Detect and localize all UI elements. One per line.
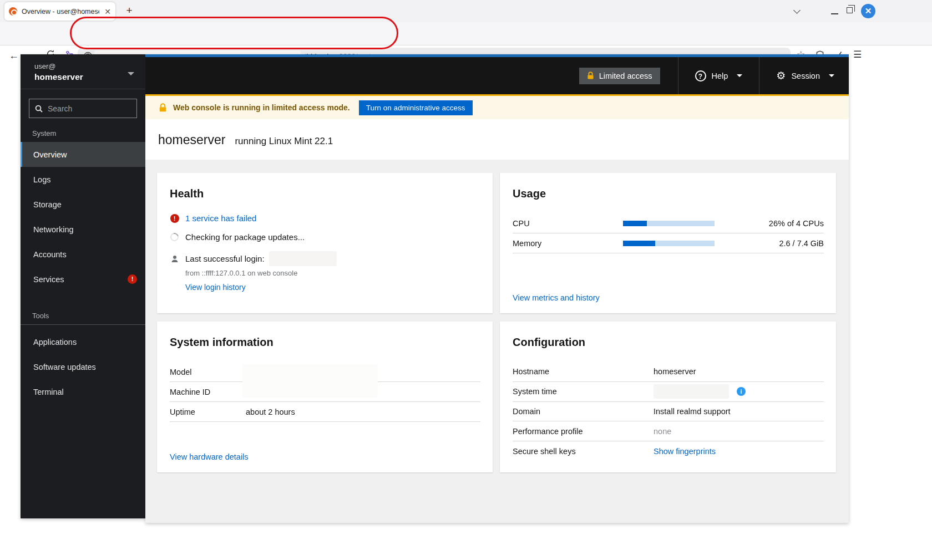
last-login-label: Last successful login: bbox=[185, 254, 265, 263]
chevron-down-icon bbox=[829, 74, 834, 77]
turn-on-admin-access-button[interactable]: Turn on administrative access bbox=[359, 100, 473, 115]
sidebar-item-label: Logs bbox=[33, 175, 50, 184]
checking-updates-text: Checking for package updates... bbox=[185, 232, 305, 242]
redacted-system-time bbox=[654, 384, 729, 399]
help-menu[interactable]: ? Help bbox=[678, 57, 759, 94]
machine-id-label: Machine ID bbox=[170, 388, 246, 396]
sidebar-item-label: Accounts bbox=[33, 250, 67, 259]
sidebar-item-label: Overview bbox=[33, 150, 67, 159]
help-label: Help bbox=[712, 72, 728, 80]
window-minimize-button[interactable] bbox=[831, 13, 838, 14]
uptime-value: about 2 hours bbox=[246, 408, 295, 416]
hostname-label: homeserver bbox=[34, 72, 138, 82]
sidebar-item-label: Terminal bbox=[33, 388, 64, 396]
session-label: Session bbox=[791, 72, 820, 80]
usage-card: Usage CPU 26% of 4 CPUs Memory 2.6 / 7.4… bbox=[500, 173, 836, 313]
show-fingerprints-link[interactable]: Show fingerprints bbox=[654, 447, 716, 456]
domain-value: Install realmd support bbox=[654, 407, 731, 416]
banner-message: Web console is running in limited access… bbox=[173, 103, 350, 112]
usage-title: Usage bbox=[513, 187, 824, 200]
system-information-title: System information bbox=[170, 336, 480, 349]
search-input[interactable] bbox=[48, 104, 125, 113]
tab-close-icon[interactable]: ✕ bbox=[104, 7, 111, 16]
cpu-label: CPU bbox=[513, 219, 623, 228]
browser-tab[interactable]: Overview - user@homeserv ✕ bbox=[4, 2, 115, 21]
sidebar-item-label: Networking bbox=[33, 225, 74, 234]
window-restore-button[interactable] bbox=[847, 7, 853, 13]
session-menu[interactable]: ⚙ Session bbox=[759, 57, 849, 94]
sidebar-item-software-updates[interactable]: Software updates bbox=[21, 354, 145, 379]
window-close-button[interactable]: ✕ bbox=[861, 4, 875, 18]
uptime-row: Uptime about 2 hours bbox=[170, 402, 480, 422]
cpu-progress-bar bbox=[623, 221, 715, 226]
service-failed-link[interactable]: 1 service has failed bbox=[185, 213, 256, 223]
page-header: homeserver running Linux Mint 22.1 bbox=[145, 119, 849, 160]
sidebar-search[interactable] bbox=[29, 99, 137, 118]
system-information-card: System information Model Machine ID Upti… bbox=[157, 322, 493, 472]
sidebar-item-overview[interactable]: Overview bbox=[21, 142, 145, 167]
back-icon[interactable]: ← bbox=[9, 50, 19, 62]
page-subtitle: running Linux Mint 22.1 bbox=[235, 136, 333, 147]
overview-cards: Health ! 1 service has failed Checking f… bbox=[145, 160, 849, 523]
tab-title: Overview - user@homeserv bbox=[22, 8, 99, 16]
new-tab-button[interactable]: + bbox=[122, 4, 136, 17]
hostname-label: Hostname bbox=[513, 367, 654, 376]
gear-icon: ⚙ bbox=[776, 70, 786, 81]
sidebar-item-logs[interactable]: Logs bbox=[21, 167, 145, 192]
user-prefix: user@ bbox=[34, 62, 138, 70]
sidebar-item-applications[interactable]: Applications bbox=[21, 329, 145, 354]
performance-profile-value: none bbox=[654, 427, 671, 436]
search-icon bbox=[35, 105, 43, 113]
system-time-row: System time i bbox=[513, 382, 824, 402]
domain-label: Domain bbox=[513, 407, 654, 416]
help-icon: ? bbox=[695, 70, 706, 82]
view-hardware-details-link[interactable]: View hardware details bbox=[170, 452, 480, 461]
domain-row: Domain Install realmd support bbox=[513, 402, 824, 422]
browser-toolbar: ← → ztbid.onion :9090/system ☆ ☰ bbox=[0, 22, 932, 45]
sidebar-section-system: System bbox=[21, 118, 145, 142]
page-title: homeserver bbox=[158, 133, 225, 147]
limited-access-button[interactable]: Limited access bbox=[579, 68, 660, 84]
sidebar-item-label: Software updates bbox=[33, 363, 96, 371]
sidebar-item-label: Applications bbox=[33, 338, 77, 347]
limited-access-banner: Web console is running in limited access… bbox=[145, 94, 849, 119]
cpu-value: 26% of 4 CPUs bbox=[715, 219, 824, 228]
login-from-text: from ::ffff:127.0.0.1 on web console bbox=[185, 269, 480, 277]
chevron-down-icon bbox=[128, 72, 134, 75]
usage-row-memory: Memory 2.6 / 7.4 GiB bbox=[513, 233, 824, 253]
list-tabs-chevron-icon[interactable] bbox=[793, 7, 801, 14]
chevron-down-icon bbox=[737, 74, 742, 77]
spinner-icon bbox=[169, 231, 180, 242]
sidebar-item-label: Storage bbox=[33, 200, 62, 209]
services-alert-badge: ! bbox=[128, 274, 137, 284]
lock-icon bbox=[587, 72, 594, 80]
configuration-title: Configuration bbox=[513, 336, 824, 349]
info-icon[interactable]: i bbox=[737, 387, 746, 396]
host-switcher[interactable]: user@ homeserver bbox=[21, 54, 145, 89]
sidebar-section-tools: Tools bbox=[21, 292, 145, 324]
lock-icon bbox=[159, 103, 167, 113]
view-metrics-link[interactable]: View metrics and history bbox=[513, 293, 824, 302]
performance-profile-row: Performance profile none bbox=[513, 421, 824, 441]
cockpit-app: user@ homeserver System Overview Logs St… bbox=[21, 54, 849, 523]
sidebar-nav: Overview Logs Storage Networking Account… bbox=[21, 142, 145, 404]
menu-hamburger-icon[interactable]: ☰ bbox=[853, 49, 862, 60]
screen: Overview - user@homeserv ✕ + ✕ ← → ztbid… bbox=[0, 0, 932, 560]
health-title: Health bbox=[170, 187, 480, 200]
view-login-history-link[interactable]: View login history bbox=[185, 283, 480, 292]
usage-row-cpu: CPU 26% of 4 CPUs bbox=[513, 213, 824, 233]
sidebar-item-storage[interactable]: Storage bbox=[21, 192, 145, 217]
memory-label: Memory bbox=[513, 239, 623, 248]
hostname-value: homeserver bbox=[654, 367, 696, 376]
user-icon bbox=[170, 255, 179, 263]
hostname-row: Hostname homeserver bbox=[513, 362, 824, 382]
health-card: Health ! 1 service has failed Checking f… bbox=[157, 173, 493, 313]
sidebar-item-services[interactable]: Services ! bbox=[21, 267, 145, 292]
secure-shell-keys-label: Secure shell keys bbox=[513, 447, 654, 456]
sidebar-item-terminal[interactable]: Terminal bbox=[21, 379, 145, 404]
masthead: Limited access ? Help ⚙ Session bbox=[145, 54, 849, 94]
main-area: Limited access ? Help ⚙ Session bbox=[145, 54, 849, 523]
sidebar-item-accounts[interactable]: Accounts bbox=[21, 242, 145, 267]
sidebar-item-networking[interactable]: Networking bbox=[21, 217, 145, 242]
error-icon: ! bbox=[170, 214, 179, 223]
